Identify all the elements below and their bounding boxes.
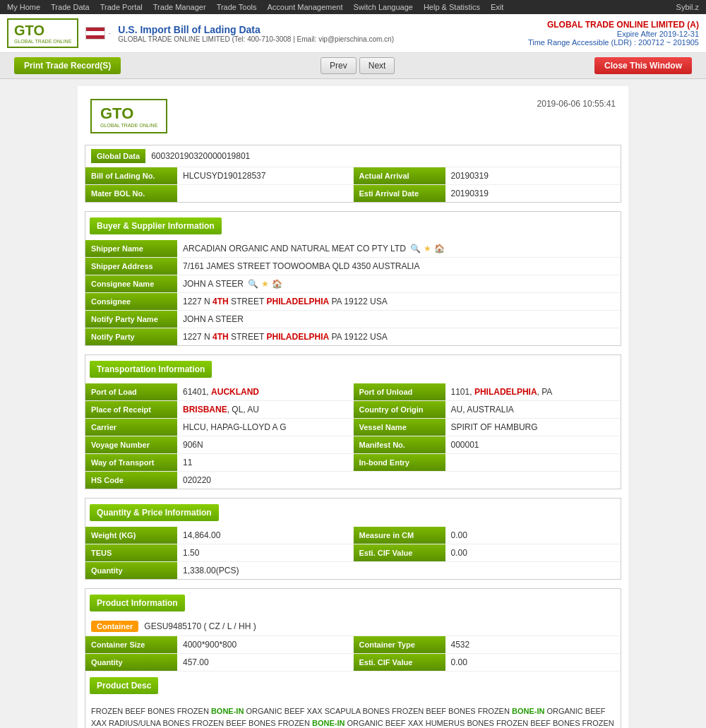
consignee-row: Consignee 1227 N 4TH STREET PHILADELPHIA… bbox=[85, 293, 621, 311]
notify-party-name-label: Notify Party Name bbox=[85, 311, 177, 328]
way-transport-value: 11 bbox=[177, 454, 353, 471]
master-bol-row: Mater BOL No. Esti Arrival Date 20190319 bbox=[85, 185, 621, 202]
global-data-row: Global Data 600320190320000019801 bbox=[85, 145, 621, 167]
notify-party-label: Notify Party bbox=[85, 328, 177, 345]
container-type-value: 4532 bbox=[445, 636, 621, 653]
prev-button-top[interactable]: Prev bbox=[321, 57, 357, 74]
global-data-section: Global Data 600320190320000019801 Bill o… bbox=[85, 145, 621, 203]
nav-exit[interactable]: Exit bbox=[491, 3, 503, 11]
hs-code-label: HS Code bbox=[85, 472, 177, 489]
quantity-price-header: Quantity & Price Information bbox=[90, 504, 219, 521]
account-info: GLOBAL TRADE ONLINE LIMITED (A) Expire A… bbox=[528, 20, 699, 47]
consignee-search-icon[interactable]: 🔍 bbox=[248, 279, 258, 289]
shipper-name-value: ARCADIAN ORGANIC AND NATURAL MEAT CO PTY… bbox=[177, 240, 621, 257]
port-load-unload-row: Port of Load 61401, AUCKLAND Port of Unl… bbox=[85, 383, 621, 401]
esti-cif-value: 0.00 bbox=[445, 544, 621, 561]
logo-text: GTO bbox=[14, 23, 71, 39]
notify-party-value: 1227 N 4TH STREET PHILADELPHIA PA 19122 … bbox=[177, 328, 621, 345]
weight-label: Weight (KG) bbox=[85, 527, 177, 544]
transport-inbond-row: Way of Transport 11 In-bond Entry bbox=[85, 454, 621, 472]
port-unload-label: Port of Unload bbox=[354, 383, 445, 400]
place-receipt-label: Place of Receipt bbox=[85, 401, 177, 418]
country-origin-value: AU, AUSTRALIA bbox=[445, 401, 621, 418]
consignee-home-icon[interactable]: 🏠 bbox=[272, 279, 282, 289]
nav-my-home[interactable]: My Home bbox=[7, 3, 40, 11]
hs-code-value: 020220 bbox=[177, 472, 621, 489]
global-data-label: Global Data bbox=[91, 149, 145, 163]
print-button-top[interactable]: Print Trade Record(S) bbox=[14, 57, 121, 74]
shipper-search-icon[interactable]: 🔍 bbox=[410, 244, 421, 253]
username: Sybil.z bbox=[676, 3, 699, 11]
flag-separator: - bbox=[108, 28, 111, 38]
notify-party-row: Notify Party 1227 N 4TH STREET PHILADELP… bbox=[85, 328, 621, 345]
in-bond-entry-label: In-bond Entry bbox=[354, 454, 445, 471]
master-bol-value bbox=[177, 185, 353, 202]
consignee-name-row: Consignee Name JOHN A STEER 🔍 ★ 🏠 bbox=[85, 275, 621, 293]
quantity-value: 1,338.00(PCS) bbox=[177, 562, 621, 579]
close-button-top[interactable]: Close This Window bbox=[594, 57, 692, 74]
next-button-top[interactable]: Next bbox=[359, 57, 395, 74]
product-desc-header: Product Desc bbox=[90, 677, 158, 694]
document-content: GTO GLOBAL TRADE ONLINE 2019-06-06 10:55… bbox=[78, 86, 628, 728]
nav-account-management[interactable]: Account Management bbox=[268, 3, 343, 11]
container-type-label: Container Type bbox=[354, 636, 445, 653]
vessel-name-value: SPIRIT OF HAMBURG bbox=[445, 419, 621, 436]
way-transport-label: Way of Transport bbox=[85, 454, 177, 471]
receipt-origin-row: Place of Receipt BRISBANE, QL, AU Countr… bbox=[85, 401, 621, 419]
product-quantity-label: Quantity bbox=[85, 654, 177, 671]
port-load-label: Port of Load bbox=[85, 383, 177, 400]
consignee-name-value: JOHN A STEER 🔍 ★ 🏠 bbox=[177, 275, 621, 292]
shipper-address-value: 7/161 JAMES STREET TOOWOOMBA QLD 4350 AU… bbox=[177, 258, 621, 275]
product-quantity-value: 457.00 bbox=[177, 654, 353, 671]
nav-trade-manager[interactable]: Trade Manager bbox=[153, 3, 206, 11]
container-size-label: Container Size bbox=[85, 636, 177, 653]
account-company: GLOBAL TRADE ONLINE LIMITED (A) bbox=[528, 20, 699, 30]
manifest-no-label: Manifest No. bbox=[354, 436, 445, 453]
carrier-label: Carrier bbox=[85, 419, 177, 436]
esti-arrival-label: Esti Arrival Date bbox=[354, 185, 445, 202]
carrier-value: HLCU, HAPAG-LLOYD A G bbox=[177, 419, 353, 436]
transportation-header: Transportation Information bbox=[90, 361, 212, 378]
container-row: Container GESU9485170 ( CZ / L / HH ) bbox=[85, 617, 621, 636]
consignee-star-icon[interactable]: ★ bbox=[261, 279, 269, 289]
nav-switch-language[interactable]: Switch Language bbox=[354, 3, 413, 11]
teus-label: TEUS bbox=[85, 544, 177, 561]
container-size-type-row: Container Size 4000*900*800 Container Ty… bbox=[85, 636, 621, 654]
container-badge: Container bbox=[91, 621, 138, 632]
container-size-value: 4000*900*800 bbox=[177, 636, 353, 653]
master-bol-label: Mater BOL No. bbox=[85, 185, 177, 202]
nav-help-statistics[interactable]: Help & Statistics bbox=[424, 3, 480, 11]
product-qty-cif-row: Quantity 457.00 Esti. CIF Value 0.00 bbox=[85, 654, 621, 672]
consignee-label: Consignee bbox=[85, 293, 177, 310]
container-value: GESU9485170 ( CZ / L / HH ) bbox=[138, 617, 621, 635]
product-desc-value: FROZEN BEEF BONES FROZEN BONE-IN ORGANIC… bbox=[85, 700, 621, 728]
shipper-star-icon[interactable]: ★ bbox=[424, 244, 431, 253]
notify-party-name-row: Notify Party Name JOHN A STEER bbox=[85, 311, 621, 328]
buyer-supplier-header: Buyer & Supplier Information bbox=[90, 217, 222, 234]
doc-logo: GTO GLOBAL TRADE ONLINE bbox=[90, 99, 167, 133]
company-info: GLOBAL TRADE ONLINE LIMITED (Tel: 400-71… bbox=[118, 35, 394, 43]
voyage-number-value: 906N bbox=[177, 436, 353, 453]
shipper-name-label: Shipper Name bbox=[85, 240, 177, 257]
weight-measure-row: Weight (KG) 14,864.00 Measure in CM 0.00 bbox=[85, 527, 621, 544]
doc-datetime: 2019-06-06 10:55:41 bbox=[537, 99, 616, 109]
nav-trade-tools[interactable]: Trade Tools bbox=[217, 3, 257, 11]
voyage-number-label: Voyage Number bbox=[85, 436, 177, 453]
product-esti-cif-value: 0.00 bbox=[445, 654, 621, 671]
esti-arrival-value: 20190319 bbox=[445, 185, 621, 202]
place-receipt-value: BRISBANE, QL, AU bbox=[177, 401, 353, 418]
logo: GTO GLOBAL TRADE ONLINE bbox=[7, 18, 78, 48]
manifest-no-value: 000001 bbox=[445, 436, 621, 453]
logo-subtext: GLOBAL TRADE ONLINE bbox=[14, 39, 71, 44]
shipper-home-icon[interactable]: 🏠 bbox=[434, 244, 445, 253]
product-esti-cif-label: Esti. CIF Value bbox=[354, 654, 445, 671]
port-unload-value: 1101, PHILADELPHIA, PA bbox=[445, 383, 621, 400]
nav-trade-data[interactable]: Trade Data bbox=[51, 3, 90, 11]
product-info-section: Product Information Container GESU948517… bbox=[85, 588, 621, 728]
us-flag bbox=[85, 27, 105, 40]
actual-arrival-value: 20190319 bbox=[445, 167, 621, 184]
nav-trade-portal[interactable]: Trade Portal bbox=[100, 3, 143, 11]
shipper-address-row: Shipper Address 7/161 JAMES STREET TOOWO… bbox=[85, 258, 621, 275]
teus-value: 1.50 bbox=[177, 544, 353, 561]
vessel-name-label: Vessel Name bbox=[354, 419, 445, 436]
